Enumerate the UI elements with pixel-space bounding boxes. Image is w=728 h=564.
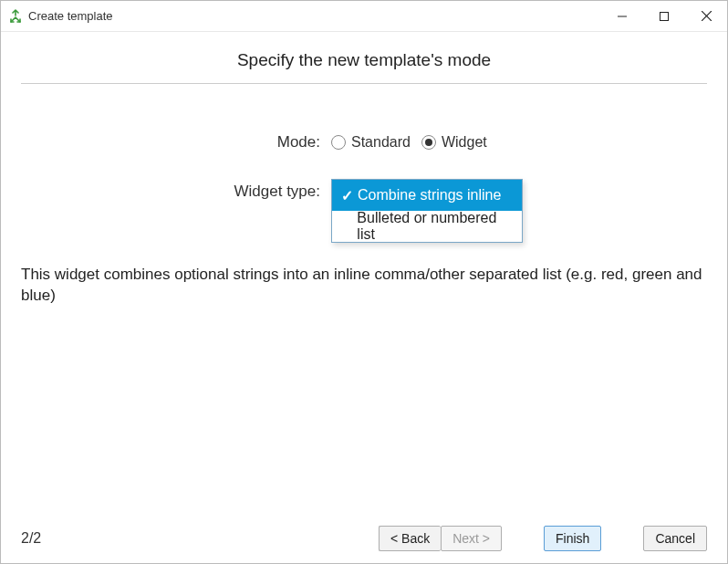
radio-icon bbox=[331, 135, 346, 150]
app-icon bbox=[8, 9, 23, 24]
radio-widget-label: Widget bbox=[442, 134, 487, 151]
heading-separator bbox=[21, 83, 707, 84]
radio-widget[interactable]: Widget bbox=[421, 134, 487, 151]
title-bar: Create template bbox=[1, 1, 727, 32]
page-heading: Specify the new template's mode bbox=[21, 50, 707, 70]
wizard-footer: 2/2 < Back Next > Finish Cancel bbox=[1, 514, 727, 563]
radio-standard[interactable]: Standard bbox=[331, 134, 411, 151]
dropdown-item-label: Combine strings inline bbox=[358, 187, 501, 204]
mode-label: Mode: bbox=[21, 133, 331, 151]
radio-icon bbox=[421, 135, 436, 150]
finish-button[interactable]: Finish bbox=[544, 526, 601, 551]
mode-row: Mode: Standard Widget bbox=[21, 133, 707, 151]
widget-type-dropdown: ✓ Combine strings inline ✓ Bulleted or n… bbox=[331, 179, 523, 243]
mode-radio-group: Standard Widget bbox=[331, 134, 487, 151]
window-controls bbox=[601, 1, 727, 31]
check-icon: ✓ bbox=[341, 187, 358, 204]
window-title: Create template bbox=[28, 9, 601, 23]
dropdown-item-combine-strings[interactable]: ✓ Combine strings inline bbox=[332, 180, 522, 211]
back-button[interactable]: < Back bbox=[379, 526, 441, 551]
dropdown-item-bulleted-list[interactable]: ✓ Bulleted or numbered list bbox=[332, 211, 522, 242]
next-button[interactable]: Next > bbox=[441, 526, 502, 551]
widget-description: This widget combines optional strings in… bbox=[21, 265, 707, 307]
minimize-button[interactable] bbox=[601, 1, 643, 31]
maximize-button[interactable] bbox=[643, 1, 685, 31]
dropdown-item-label: Bulleted or numbered list bbox=[357, 210, 513, 243]
svg-rect-1 bbox=[660, 12, 669, 20]
widget-type-label: Widget type: bbox=[21, 179, 331, 201]
widget-type-row: Widget type: ✓ Combine strings inline ✓ … bbox=[21, 179, 707, 201]
cancel-button[interactable]: Cancel bbox=[643, 526, 707, 551]
close-button[interactable] bbox=[685, 1, 727, 31]
page-indicator: 2/2 bbox=[21, 530, 41, 547]
radio-standard-label: Standard bbox=[351, 134, 411, 151]
